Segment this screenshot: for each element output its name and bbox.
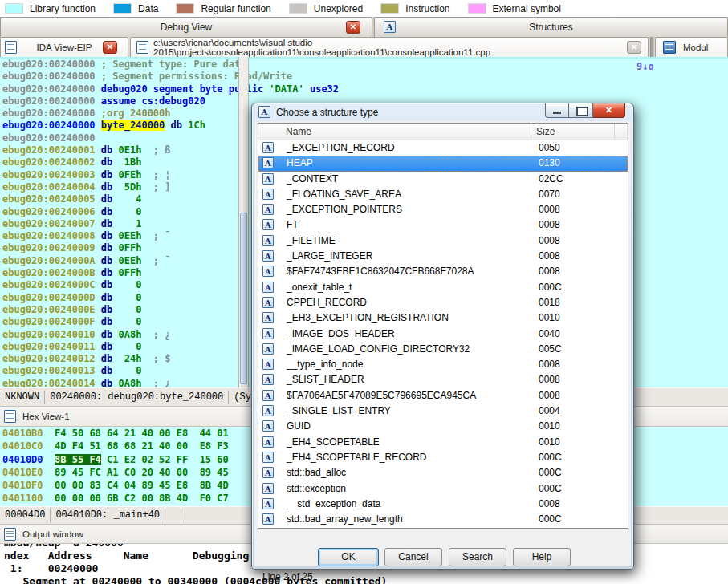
disassembly-scrollbar-thumb[interactable] xyxy=(240,213,247,384)
structure-icon: A xyxy=(262,189,274,200)
struct-row[interactable]: A_SINGLE_LIST_ENTRY0004 xyxy=(258,404,628,419)
structure-icon: A xyxy=(262,328,274,339)
close-icon[interactable]: ✕ xyxy=(627,41,641,54)
code-segment: db xyxy=(101,378,112,387)
search-button[interactable]: Search xyxy=(449,548,506,566)
struct-row[interactable]: A_EH3_EXCEPTION_REGISTRATION0010 xyxy=(258,310,628,326)
code-segment xyxy=(43,440,55,452)
struct-size: 0008 xyxy=(539,390,560,401)
struct-row[interactable]: A$FA7064AE5F47089E5C796695ECA945CA0008 xyxy=(258,388,628,404)
code-segment: ; Segment type: Pure data xyxy=(101,59,246,70)
structure-icon: A xyxy=(262,467,274,478)
code-segment: 4D F4 51 68 68 21 40 00 E8 F3 xyxy=(55,440,229,452)
struct-row[interactable]: A_EXCEPTION_RECORD0050 xyxy=(258,140,628,156)
cancel-button[interactable]: Cancel xyxy=(384,548,442,566)
struct-row[interactable]: A_CONTEXT02CC xyxy=(258,172,628,187)
struct-size: 0008 xyxy=(539,359,560,370)
document-tab-row: IDA View-EIP ✕ c:\users\ricnar\documents… xyxy=(0,37,728,57)
legend-label: Instruction xyxy=(405,3,449,14)
code-segment: ebug020:0024000C xyxy=(2,279,101,290)
code-segment: ebug020:0024000A xyxy=(2,255,101,266)
ok-button[interactable]: OK xyxy=(318,548,379,566)
struct-row[interactable]: A_onexit_table_t000C xyxy=(258,280,628,295)
struct-row[interactable]: A_SLIST_HEADER0008 xyxy=(258,372,628,387)
column-header-size[interactable]: Size xyxy=(531,124,615,140)
code-segment: 04010B0 xyxy=(2,428,43,439)
code-segment: 04010D0 xyxy=(2,454,43,465)
struct-row[interactable]: A__type_info_node0008 xyxy=(258,357,628,372)
struct-row[interactable]: A_EXCEPTION_POINTERS0008 xyxy=(258,202,628,217)
disassembly-scrollbar[interactable] xyxy=(238,57,249,387)
code-segment: ebug020:00240009 xyxy=(2,242,101,253)
disasm-line[interactable]: ebug020:00240000 ; Segment permissions: … xyxy=(0,71,728,83)
maximize-button[interactable] xyxy=(569,103,593,118)
disasm-line[interactable]: ebug020:00240000 ; Segment type: Pure da… xyxy=(0,59,728,71)
structure-icon: A xyxy=(262,405,274,416)
struct-row[interactable]: ACPPEH_RECORD0018 xyxy=(258,295,628,310)
code-segment: ebug020:00240000 xyxy=(2,59,101,70)
structure-icon: A xyxy=(262,204,274,215)
column-header-name[interactable]: Name xyxy=(258,124,531,140)
struct-name: _SINGLE_LIST_ENTRY xyxy=(287,405,391,416)
struct-row[interactable]: AFT0008 xyxy=(258,217,628,233)
tab-source-file[interactable]: c:\users\ricnar\documents\visual studio … xyxy=(130,37,649,57)
struct-size: 0130 xyxy=(539,157,560,168)
struct-name: HEAP xyxy=(287,157,313,168)
struct-row[interactable]: A$FAF74743FBE1C8632047CFB668F7028A0008 xyxy=(258,264,628,279)
struct-size: 0008 xyxy=(539,498,560,509)
struct-name: $FA7064AE5F47089E5C796695ECA945CA xyxy=(287,390,476,401)
code-segment: ebug020:0024000F xyxy=(2,316,101,327)
close-button[interactable]: ✕ xyxy=(593,103,625,118)
structure-icon: A xyxy=(262,343,274,355)
struct-row[interactable]: Astd::bad_array_new_length000C xyxy=(258,512,628,527)
tab-debug-view[interactable]: Debug View ✕ xyxy=(0,17,372,37)
code-segment: db xyxy=(101,181,112,193)
legend-color-swatch xyxy=(289,3,307,14)
code-segment: db xyxy=(101,242,112,253)
struct-row[interactable]: AGUID0010 xyxy=(258,419,628,434)
structure-icon: A xyxy=(262,513,274,525)
struct-row[interactable]: A_IMAGE_LOAD_CONFIG_DIRECTORY32005C xyxy=(258,342,628,357)
structure-icon: A xyxy=(384,21,396,33)
tab-modules[interactable]: Modul xyxy=(655,37,728,57)
code-segment: 1 xyxy=(112,218,141,229)
tab-ida-view-eip[interactable]: IDA View-EIP ✕ xyxy=(0,37,128,57)
code-segment: ;org 240000h xyxy=(101,107,171,119)
struct-row[interactable]: A_FLOATING_SAVE_AREA0070 xyxy=(258,187,628,202)
legend-item: Instruction xyxy=(380,3,449,14)
struct-size: 0004 xyxy=(539,405,560,416)
struct-row[interactable]: A_EH4_SCOPETABLE_RECORD000C xyxy=(258,450,628,465)
dialog-buttons: OK Cancel Search Help xyxy=(254,548,631,567)
dialog-title-bar[interactable]: A Choose a structure type xyxy=(258,106,378,118)
code-segment: ; ¿ xyxy=(141,378,170,387)
struct-row[interactable]: A_IMAGE_DOS_HEADER0040 xyxy=(258,326,628,342)
struct-row[interactable]: A__std_exception_data0008 xyxy=(258,497,628,512)
struct-row[interactable]: AHEAP0130 xyxy=(258,156,628,171)
struct-row[interactable]: A_LARGE_INTEGER0008 xyxy=(258,249,628,264)
code-segment: 0FEh xyxy=(112,169,141,180)
struct-row[interactable]: Astd::bad_alloc000C xyxy=(258,465,628,481)
struct-row[interactable]: A_FILETIME0008 xyxy=(258,233,628,249)
code-segment: db xyxy=(171,120,189,131)
close-icon[interactable]: ✕ xyxy=(103,41,117,54)
struct-size: 0070 xyxy=(539,189,560,200)
disasm-line[interactable]: ebug020:00240000 debug020 segment byte p… xyxy=(0,83,728,95)
struct-row[interactable]: A_EH4_SCOPETABLE0010 xyxy=(258,435,628,450)
struct-name: _IMAGE_LOAD_CONFIG_DIRECTORY32 xyxy=(287,343,470,355)
help-button[interactable]: Help xyxy=(513,548,571,566)
code-segment: ebug020:0024000B xyxy=(2,267,101,278)
legend-color-swatch xyxy=(176,3,194,14)
struct-size: 0008 xyxy=(539,266,560,277)
close-icon[interactable]: ✕ xyxy=(346,21,360,34)
code-segment: ebug020:00240000 xyxy=(2,132,96,144)
code-segment: ebug020:0024000D xyxy=(2,292,101,303)
minimize-button[interactable] xyxy=(545,103,569,118)
code-segment: ebug020:00240000 xyxy=(2,107,101,119)
dialog-status-line: Line 2 of 25 xyxy=(254,568,631,582)
struct-size: 000C xyxy=(539,452,562,463)
struct-row[interactable]: Astd::exception000C xyxy=(258,481,628,497)
struct-name: CPPEH_RECORD xyxy=(287,297,367,308)
code-segment: ebug020:00240000 xyxy=(2,83,101,95)
code-segment: byte_240000 xyxy=(101,120,165,131)
tab-structures[interactable]: A Structures xyxy=(374,17,728,37)
